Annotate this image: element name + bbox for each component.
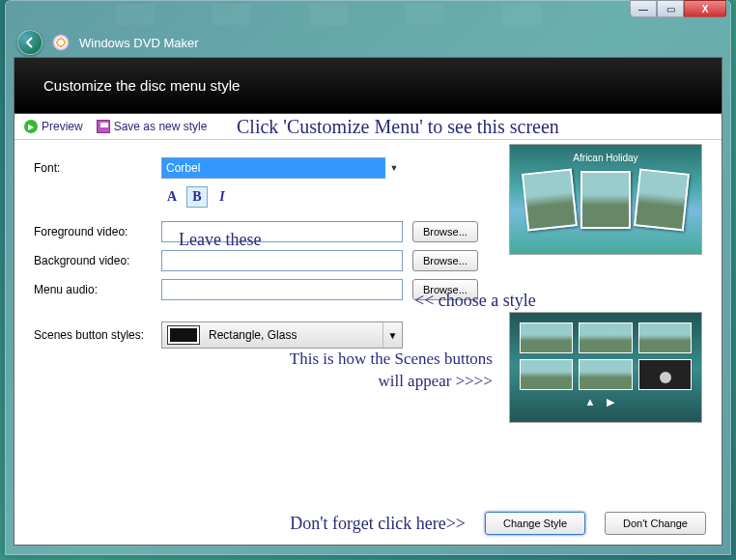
app-window: — ▭ X Windows DVD Maker Customize the di… <box>5 0 731 555</box>
annotation-scenes: This is how the Scenes buttons will appe… <box>203 349 493 393</box>
preview-button[interactable]: ▶ Preview <box>24 120 83 133</box>
titlebar: — ▭ X <box>6 1 730 28</box>
annotation-choose: << choose a style <box>414 291 536 311</box>
preview-thumb <box>634 168 690 231</box>
annotation-top: Click 'Customize Menu' to see this scree… <box>237 116 559 138</box>
footer: Don't forget click here>> Change Style D… <box>290 512 706 535</box>
dvd-icon <box>52 34 70 51</box>
navbar: Windows DVD Maker <box>6 28 730 57</box>
scene-nav-arrows: ▲▶ <box>520 396 692 408</box>
bg-video-input[interactable] <box>161 250 403 271</box>
audio-label: Menu audio: <box>34 283 161 296</box>
maximize-button[interactable]: ▭ <box>657 0 684 17</box>
scene-thumb <box>520 359 573 390</box>
dont-change-button[interactable]: Don't Change <box>605 512 706 535</box>
app-title: Windows DVD Maker <box>79 36 199 50</box>
page-title: Customize the disc menu style <box>14 58 722 114</box>
font-label: Font: <box>34 161 161 175</box>
save-icon <box>97 120 110 133</box>
chevron-down-icon: ▼ <box>382 322 402 348</box>
scenes-label: Scenes button styles: <box>34 328 161 342</box>
minimize-button[interactable]: — <box>630 0 657 17</box>
back-button[interactable] <box>17 30 42 55</box>
scene-thumb <box>579 359 632 390</box>
font-select[interactable] <box>161 157 403 179</box>
menu-preview-title: African Holiday <box>518 153 694 163</box>
font-bold-button[interactable]: B <box>186 186 208 208</box>
form-area: Font: ▼ A B I Foreground video: Browse..… <box>14 140 722 374</box>
toolbar: ▶ Preview Save as new style Click 'Custo… <box>14 114 722 140</box>
audio-input[interactable] <box>161 279 403 300</box>
bg-video-label: Background video: <box>34 254 161 267</box>
scene-thumb <box>520 322 573 353</box>
fg-video-input[interactable] <box>161 221 403 242</box>
close-button[interactable]: X <box>684 0 726 17</box>
scenes-style-select[interactable]: Rectangle, Glass ▼ <box>161 322 403 349</box>
play-icon: ▶ <box>24 120 38 133</box>
annotation-footer: Don't forget click here>> <box>290 514 466 534</box>
font-dropdown-arrow[interactable]: ▼ <box>385 157 403 179</box>
bg-video-browse-button[interactable]: Browse... <box>412 250 478 271</box>
font-normal-button[interactable]: A <box>161 186 183 208</box>
window-controls: — ▭ X <box>630 0 726 17</box>
scene-thumb <box>638 322 692 353</box>
scenes-preview: ▲▶ <box>509 312 702 423</box>
scene-thumb <box>638 359 692 390</box>
save-label: Save as new style <box>114 120 208 133</box>
scene-thumb <box>579 322 632 353</box>
scenes-swatch-icon <box>168 326 199 344</box>
save-style-button[interactable]: Save as new style <box>97 120 208 133</box>
preview-label: Preview <box>42 120 83 133</box>
fg-video-label: Foreground video: <box>34 225 161 238</box>
menu-preview: African Holiday <box>509 144 702 255</box>
content-frame: Customize the disc menu style ▶ Preview … <box>14 57 722 546</box>
scenes-style-value: Rectangle, Glass <box>205 328 382 342</box>
preview-thumb <box>580 171 631 229</box>
preview-thumb <box>522 168 578 231</box>
change-style-button[interactable]: Change Style <box>485 512 585 535</box>
fg-video-browse-button[interactable]: Browse... <box>412 221 478 242</box>
font-italic-button[interactable]: I <box>212 186 233 208</box>
